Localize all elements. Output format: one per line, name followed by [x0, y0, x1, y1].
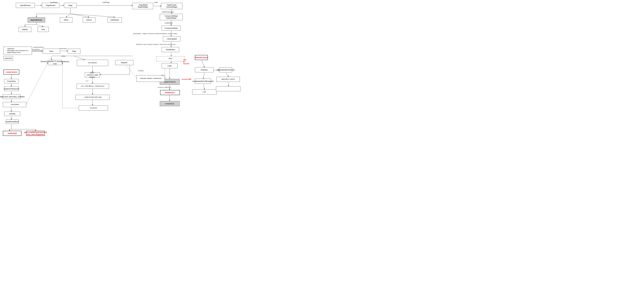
svg-line-7: [66, 14, 70, 17]
node-logiccreatedispatch: view(state, dispatch, viewService): [136, 75, 165, 82]
svg-line-51: [124, 63, 137, 79]
label-view-dispatch: View和Dispatch: [183, 59, 189, 65]
node-viewupdater1: _ViewUpdater: [163, 36, 180, 41]
node-onaction: createHandlerOnBroadcast: [195, 79, 211, 84]
label-neicun: 内部存: [62, 55, 66, 57]
node-registerondisposed: widget.store.subscribe(_onNotify): [3, 94, 20, 99]
node-componentwidget: ComponentWidget StatefulWidget: [160, 14, 183, 20]
diagram-container: HybridRoutes PageRoutes Page dependencie…: [0, 0, 644, 306]
node-highereffect: [216, 86, 240, 91]
node-state-reducer: List<_VoidCallback>._notifyListeners;: [76, 84, 109, 89]
node-middleware-flow: Middleware: [160, 90, 180, 95]
node-reducer: reducer: [83, 17, 96, 22]
node-storedispatch: dispatch: [115, 60, 133, 65]
label-onaction-dongzuo: OnAction 动作: [182, 78, 191, 80]
label-zuowei: 作为动作: [138, 70, 144, 72]
node-streamcontroller: store.dispatch: [77, 60, 108, 66]
node-dependencies: dependencies: [28, 17, 45, 22]
node-component: createContext: [4, 69, 19, 75]
node-pageroutes: PageRoutes: [42, 3, 59, 8]
node-effect: Effect: [60, 17, 72, 22]
node-pageprovider: PageProvider InheritedWidget: [161, 3, 182, 9]
label-createmixedstore: createMixedStore: [33, 46, 44, 48]
node-adapter: adapter: [19, 27, 31, 32]
node-approutes: AppRoutesMulti-pagea route component is …: [4, 47, 32, 55]
svg-line-57: [226, 73, 228, 77]
node-nextaction: next(action): [160, 101, 180, 106]
svg-line-45: [26, 63, 48, 105]
label-build: build: [154, 1, 158, 3]
label-put2: PUT: [161, 75, 164, 76]
node-viewbuilder: ViewBuilder: [162, 47, 179, 52]
node-notifylisteners: _notifyController.add(_state): [76, 95, 110, 100]
svg-line-54: [203, 73, 204, 79]
node-mixedstore: Store: [43, 49, 60, 54]
label-buildpage2: buildPage: [102, 1, 110, 3]
node-store: Page: [68, 49, 80, 54]
node-hybridroutes: HybridRoutes: [16, 3, 35, 8]
label-onaction-call: onAction?.call(action): [158, 87, 171, 88]
node-notifycontroller: Component: [79, 106, 108, 111]
node-createcontext: ContextSys: [4, 79, 19, 83]
node-pagewidget: _PageWidget StatefulWidget: [132, 3, 153, 9]
node-widgetstoresentscribe: _ViewUpdater: [3, 102, 26, 107]
node-markneedsbuild: setState({}): [3, 131, 22, 136]
node-logic2: createHandlerOnAction: [219, 67, 232, 72]
node-page-top: Page: [64, 3, 77, 8]
node-slots: slots: [38, 27, 49, 32]
label-buildviewt: buildViewT state, Dispatch dispatch, Vie…: [136, 44, 176, 45]
svg-line-9: [70, 14, 115, 17]
label-put1: PUT: [86, 80, 88, 82]
node-view-state-dispatch: Effect: [156, 56, 185, 61]
node-createhandleronaction: higherEffect?.call(ctx): [216, 77, 240, 82]
node-viewupdater2: onNotify: [4, 112, 20, 116]
node-setstate: logic.createDispatchAction( this, store.…: [26, 131, 45, 136]
label-createstate: createState: [164, 22, 172, 24]
node-defaultcontext: OnAction: [195, 67, 214, 72]
node-createhandleronbroadcast: Logic: [192, 89, 217, 94]
node-onnotify: markNeedsBuild: [6, 120, 19, 124]
arrows-svg: [0, 0, 644, 306]
node-logic1: Logic: [162, 63, 178, 68]
node-effect-right: DefaultContext: [195, 55, 208, 60]
label-buildcomponent: buildComponent: [162, 11, 174, 13]
node-dispatch: _state = _reducer(_state, action);: [85, 72, 100, 77]
node-subscribe: StreamController<T>.broadcast(sync: true…: [48, 60, 62, 65]
node-middleware: middleware: [108, 17, 122, 22]
label-createstore: createStore: [60, 48, 67, 49]
svg-line-37: [74, 56, 85, 60]
svg-line-13: [36, 24, 43, 26]
label-storebuilder: storeBuildercreateMixedStore: [32, 49, 43, 52]
svg-line-8: [70, 14, 89, 17]
node-componentstate: ComponentState: [162, 26, 181, 31]
node-contextsys: registerOnDisposed: [4, 87, 19, 91]
svg-line-55: [203, 84, 204, 89]
label-buildpage1: buildPage: [50, 1, 57, 3]
svg-line-53: [202, 60, 204, 67]
label-viewupdater-eq: _viewUpdater = widget.component.createVi…: [132, 33, 178, 34]
node-page2: subscribe: [4, 56, 13, 60]
